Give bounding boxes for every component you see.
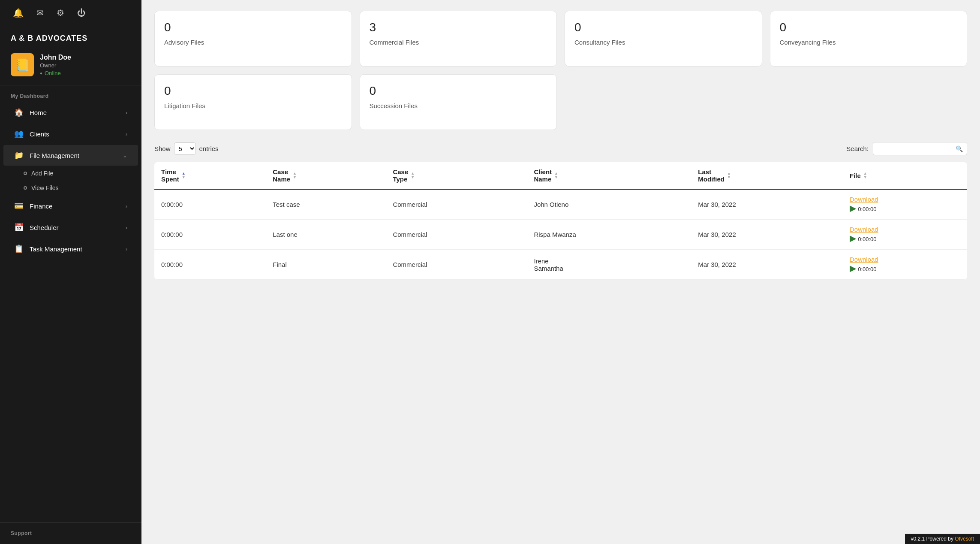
table-row: 0:00:00 Test case Commercial John Otieno… bbox=[154, 189, 967, 220]
play-button[interactable]: ▶ bbox=[850, 263, 856, 273]
power-icon[interactable]: ⏻ bbox=[77, 8, 86, 18]
sidebar-item-label-view-files: View Files bbox=[31, 184, 59, 191]
dashboard-section-label: My Dashboard bbox=[0, 85, 141, 102]
stat-card-advisory: 0 Advisory Files bbox=[154, 11, 352, 66]
cell-case-name: Final bbox=[266, 250, 386, 280]
sidebar-item-file-management[interactable]: 📁 File Management ⌄ bbox=[3, 145, 138, 166]
sidebar-bottom: Support bbox=[0, 522, 141, 544]
entries-select[interactable]: 5 10 25 50 bbox=[174, 142, 196, 155]
version-text: v0.2.1 Powered by bbox=[911, 536, 955, 542]
stat-number-commercial: 3 bbox=[370, 21, 547, 34]
show-entries: Show 5 10 25 50 entries bbox=[154, 142, 219, 155]
sort-desc-icon: ▼ bbox=[411, 175, 415, 179]
stat-card-commercial: 3 Commercial Files bbox=[360, 11, 557, 66]
search-label: Search: bbox=[846, 145, 869, 152]
notification-icon[interactable]: 🔔 bbox=[13, 8, 24, 18]
stat-card-consultancy: 0 Consultancy Files bbox=[565, 11, 762, 66]
sidebar-item-label-finance: Finance bbox=[30, 202, 52, 210]
chevron-right-icon: › bbox=[126, 246, 127, 252]
stat-label-consultancy: Consultancy Files bbox=[574, 39, 752, 46]
sidebar-top-icons: 🔔 ✉ ⚙ ⏻ bbox=[0, 0, 141, 26]
cell-last-modified: Mar 30, 2022 bbox=[691, 250, 843, 280]
sidebar-item-scheduler[interactable]: 📅 Scheduler › bbox=[3, 217, 138, 238]
sidebar-item-label-scheduler: Scheduler bbox=[30, 224, 59, 231]
play-button[interactable]: ▶ bbox=[850, 203, 856, 213]
timer-display: 0:00:00 bbox=[858, 236, 876, 242]
search-wrapper: 🔍 bbox=[873, 142, 967, 155]
sidebar-item-label-task-management: Task Management bbox=[30, 245, 82, 253]
table-controls: Show 5 10 25 50 entries Search: 🔍 bbox=[154, 142, 967, 155]
table-header-row: TimeSpent ▲ ▼ CaseName ▲ ▼ bbox=[154, 162, 967, 189]
cell-file: Download ▶ 0:00:00 bbox=[843, 220, 967, 250]
chevron-right-icon: › bbox=[126, 224, 127, 231]
sidebar-item-add-file[interactable]: Add File bbox=[0, 166, 141, 181]
cell-case-type: Commercial bbox=[386, 250, 527, 280]
sidebar: 🔔 ✉ ⚙ ⏻ A & B ADVOCATES 📒 John Doe Owner… bbox=[0, 0, 141, 544]
home-icon: 🏠 bbox=[14, 108, 24, 117]
task-management-icon: 📋 bbox=[14, 244, 24, 254]
finance-icon: 💳 bbox=[14, 201, 24, 211]
file-management-icon: 📁 bbox=[14, 151, 24, 160]
sidebar-item-view-files[interactable]: View Files bbox=[0, 181, 141, 195]
chevron-right-icon: › bbox=[126, 203, 127, 209]
timer-display: 0:00:00 bbox=[858, 266, 876, 272]
settings-icon[interactable]: ⚙ bbox=[57, 8, 64, 18]
sidebar-item-label-clients: Clients bbox=[30, 130, 49, 138]
col-case-name[interactable]: CaseName ▲ ▼ bbox=[266, 162, 386, 189]
stat-card-litigation: 0 Litigation Files bbox=[154, 74, 352, 130]
user-profile: 📒 John Doe Owner Online bbox=[0, 47, 141, 85]
timer-display: 0:00:00 bbox=[858, 206, 876, 212]
show-label: Show bbox=[154, 145, 171, 152]
stat-label-litigation: Litigation Files bbox=[164, 102, 342, 109]
user-name: John Doe bbox=[40, 54, 71, 61]
sort-desc-icon: ▼ bbox=[182, 175, 186, 179]
user-role: Owner bbox=[40, 62, 71, 69]
sort-desc-icon: ▼ bbox=[863, 175, 867, 179]
sort-desc-icon: ▼ bbox=[293, 175, 297, 179]
search-input[interactable] bbox=[873, 142, 967, 155]
brand-title: A & B ADVOCATES bbox=[0, 26, 141, 47]
version-bar: v0.2.1 Powered by Ofvesoft bbox=[905, 534, 980, 544]
cell-client-name: Rispa Mwanza bbox=[527, 220, 691, 250]
stat-label-advisory: Advisory Files bbox=[164, 39, 342, 46]
cell-case-type: Commercial bbox=[386, 220, 527, 250]
col-case-type[interactable]: CaseType ▲ ▼ bbox=[386, 162, 527, 189]
download-link[interactable]: Download bbox=[850, 196, 878, 203]
col-client-name[interactable]: ClientName ▲ ▼ bbox=[527, 162, 691, 189]
download-link[interactable]: Download bbox=[850, 226, 878, 233]
col-time-spent[interactable]: TimeSpent ▲ ▼ bbox=[154, 162, 266, 189]
chevron-right-icon: › bbox=[126, 131, 127, 137]
entries-label: entries bbox=[199, 145, 219, 152]
sidebar-item-finance[interactable]: 💳 Finance › bbox=[3, 196, 138, 216]
cell-last-modified: Mar 30, 2022 bbox=[691, 189, 843, 220]
sidebar-item-label-add-file: Add File bbox=[31, 170, 53, 177]
col-last-modified[interactable]: LastModified ▲ ▼ bbox=[691, 162, 843, 189]
download-link[interactable]: Download bbox=[850, 256, 878, 263]
stat-label-commercial: Commercial Files bbox=[370, 39, 547, 46]
cell-time-spent: 0:00:00 bbox=[154, 189, 266, 220]
cell-file: Download ▶ 0:00:00 bbox=[843, 250, 967, 280]
sub-dot-icon bbox=[24, 172, 27, 175]
sidebar-item-home[interactable]: 🏠 Home › bbox=[3, 102, 138, 123]
stat-card-succession: 0 Succession Files bbox=[360, 74, 557, 130]
play-button[interactable]: ▶ bbox=[850, 233, 856, 243]
sidebar-item-clients[interactable]: 👥 Clients › bbox=[3, 124, 138, 144]
stat-number-advisory: 0 bbox=[164, 21, 342, 34]
cell-last-modified: Mar 30, 2022 bbox=[691, 220, 843, 250]
stat-number-litigation: 0 bbox=[164, 84, 342, 98]
clients-icon: 👥 bbox=[14, 129, 24, 139]
col-file[interactable]: File ▲ ▼ bbox=[843, 162, 967, 189]
cell-case-name: Test case bbox=[266, 189, 386, 220]
cell-file: Download ▶ 0:00:00 bbox=[843, 189, 967, 220]
cell-client-name: IreneSamantha bbox=[527, 250, 691, 280]
cell-case-type: Commercial bbox=[386, 189, 527, 220]
stat-card-conveyancing: 0 Conveyancing Files bbox=[770, 11, 968, 66]
mail-icon[interactable]: ✉ bbox=[36, 8, 44, 18]
user-info: John Doe Owner Online bbox=[40, 54, 71, 76]
sidebar-item-task-management[interactable]: 📋 Task Management › bbox=[3, 239, 138, 259]
user-status: Online bbox=[40, 70, 71, 76]
version-brand: Ofvesoft bbox=[955, 536, 974, 542]
scheduler-icon: 📅 bbox=[14, 223, 24, 232]
sidebar-item-label-file-management: File Management bbox=[30, 152, 79, 159]
sidebar-item-label-home: Home bbox=[30, 109, 47, 116]
